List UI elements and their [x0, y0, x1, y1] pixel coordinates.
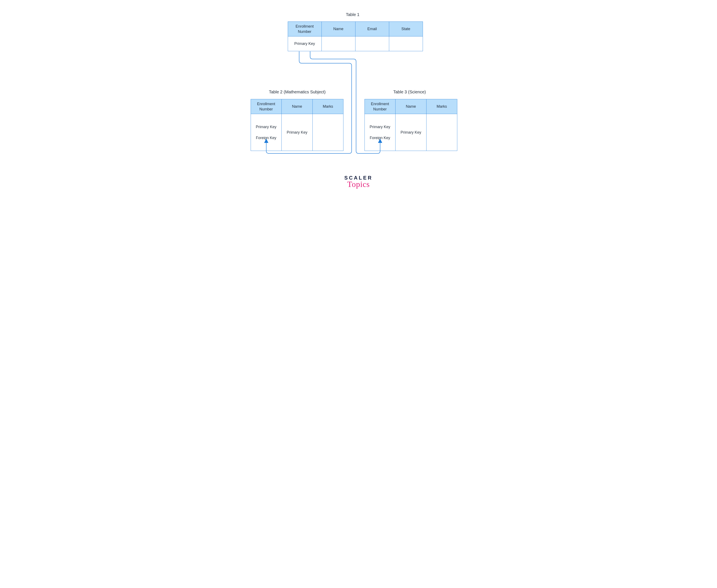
- table2-header-marks: Marks: [312, 99, 344, 114]
- table1-cell-state: [389, 37, 423, 51]
- table3: Enrollment Number Name Marks Primary Key…: [365, 99, 457, 151]
- table3-cell-marks: [426, 114, 457, 151]
- table3-data-row: Primary Key Foreign Key Primary Key: [365, 114, 457, 151]
- table2-header-row: Enrollment Number Name Marks: [251, 99, 344, 114]
- table1-cell-name: [322, 37, 355, 51]
- table2-foreign-key-label: Foreign Key: [252, 135, 281, 140]
- table2-data-row: Primary Key Foreign Key Primary Key: [251, 114, 344, 151]
- table2-cell-name-key: Primary Key: [282, 114, 313, 151]
- table2: Enrollment Number Name Marks Primary Key…: [251, 99, 344, 151]
- table2-cell-marks: [312, 114, 344, 151]
- table3-cell-name-key: Primary Key: [395, 114, 427, 151]
- table3-primary-key-label: Primary Key: [366, 124, 395, 129]
- table1-cell-primary-key: Primary Key: [288, 37, 322, 51]
- table3-cell-keys: Primary Key Foreign Key: [365, 114, 395, 151]
- table1-data-row: Primary Key: [288, 37, 423, 51]
- table2-title: Table 2 (Mathematics Subject): [269, 89, 326, 94]
- table3-header-row: Enrollment Number Name Marks: [365, 99, 457, 114]
- logo-topics-text: Topics: [344, 180, 373, 189]
- table1-header-row: Enrollment Number Name Email State: [288, 22, 423, 37]
- table1-header-email: Email: [355, 22, 389, 37]
- table1-header-state: State: [389, 22, 423, 37]
- table3-title: Table 3 (Science): [393, 89, 426, 94]
- scaler-topics-logo: SCALER Topics: [344, 175, 373, 189]
- table2-cell-keys: Primary Key Foreign Key: [251, 114, 282, 151]
- table1: Enrollment Number Name Email State Prima…: [288, 21, 423, 51]
- table1-header-name: Name: [322, 22, 355, 37]
- table2-primary-key-label: Primary Key: [252, 124, 281, 129]
- diagram-canvas: Table 1 Table 2 (Mathematics Subject) Ta…: [232, 0, 485, 207]
- table3-foreign-key-label: Foreign Key: [366, 135, 395, 140]
- table3-header-enrollment: Enrollment Number: [365, 99, 395, 114]
- table2-header-enrollment: Enrollment Number: [251, 99, 282, 114]
- table3-header-name: Name: [395, 99, 427, 114]
- table1-header-enrollment: Enrollment Number: [288, 22, 322, 37]
- table3-header-marks: Marks: [426, 99, 457, 114]
- table2-header-name: Name: [282, 99, 313, 114]
- table1-cell-email: [355, 37, 389, 51]
- table1-title: Table 1: [346, 12, 360, 17]
